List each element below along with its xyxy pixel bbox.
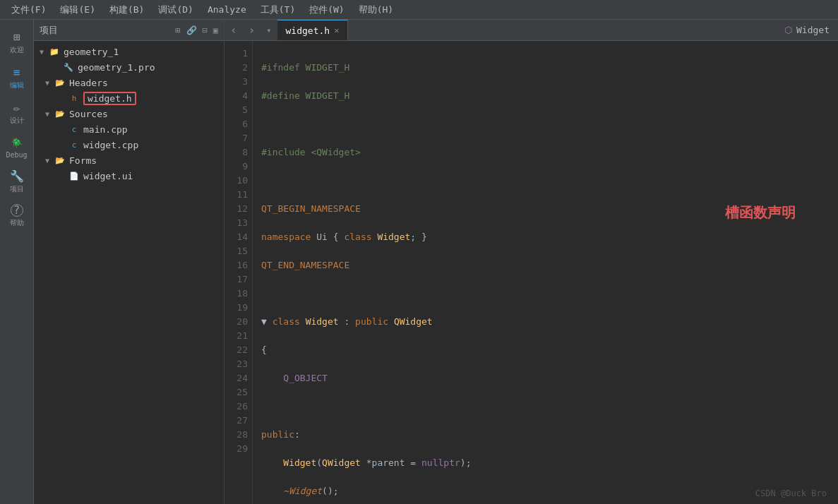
sidebar-item-welcome[interactable]: ⊞ 欢迎 xyxy=(0,25,33,59)
code-editor[interactable]: 12345 678910 1112131415 1617181920 21222… xyxy=(225,41,838,504)
code-line-7: namespace Ui { class Widget; } xyxy=(261,230,830,244)
sources-label: Sources xyxy=(69,109,108,119)
link-icon[interactable]: 🔗 xyxy=(186,25,197,35)
file-tree-panel: 项目 ⊞ 🔗 ⊟ ▣ ▼ 📁 geometry_1 🔧 geometry_1.p… xyxy=(34,20,225,504)
ui-file-icon: 📄 xyxy=(68,171,80,181)
code-line-15: Widget(QWidget *parent = nullptr); xyxy=(261,456,830,470)
code-line-13 xyxy=(261,400,830,414)
tree-item-headers[interactable]: ▼ 📂 Headers xyxy=(34,75,224,90)
sidebar-item-edit[interactable]: ≡ 编辑 xyxy=(0,61,33,95)
tree-item-geometry1pro[interactable]: 🔧 geometry_1.pro xyxy=(34,59,224,75)
expand-icon[interactable]: ⊟ xyxy=(203,25,208,35)
tab-nav-next[interactable]: › xyxy=(243,20,261,40)
breadcrumb-icon: ⬡ xyxy=(784,25,792,35)
code-line-10: ▼ class Widget : public QWidget xyxy=(261,315,830,329)
tree-item-main-cpp[interactable]: c main.cpp xyxy=(34,121,224,137)
menu-tools[interactable]: 工具(T) xyxy=(255,2,301,18)
arrow-icon: ▼ xyxy=(45,157,54,164)
menubar: 文件(F) 编辑(E) 构建(B) 调试(D) Analyze 工具(T) 控件… xyxy=(0,0,838,20)
menu-analyze[interactable]: Analyze xyxy=(202,3,252,16)
code-line-14: public: xyxy=(261,428,830,442)
debug-icon: 🪲 xyxy=(10,136,24,150)
sidebar-item-project[interactable]: 🔧 项目 xyxy=(0,164,33,198)
headers-folder-icon: 📂 xyxy=(54,78,66,88)
code-line-2: #define WIDGET_H xyxy=(261,89,830,103)
editor-tabs: ‹ › ▾ widget.h ✕ ⬡ Widget xyxy=(225,20,838,41)
collapse-icon[interactable]: ▣ xyxy=(213,25,218,35)
tab-filename: widget.h xyxy=(286,25,330,36)
code-line-5 xyxy=(261,174,830,188)
sidebar-item-debug[interactable]: 🪲 Debug xyxy=(0,131,33,163)
tab-nav-menu[interactable]: ▾ xyxy=(261,20,277,40)
folder-icon: 📁 xyxy=(48,47,61,56)
widget-h-label: widget.h xyxy=(83,92,136,105)
menu-debug[interactable]: 调试(D) xyxy=(152,2,198,18)
filter-icon[interactable]: ⊞ xyxy=(175,25,180,35)
menu-file[interactable]: 文件(F) xyxy=(6,2,52,18)
tree-item-widget-h[interactable]: h widget.h xyxy=(34,90,224,106)
project-icon: 🔧 xyxy=(10,169,24,183)
line-numbers: 12345 678910 1112131415 1617181920 21222… xyxy=(225,41,253,504)
code-line-3 xyxy=(261,117,830,131)
menu-controls[interactable]: 控件(W) xyxy=(304,2,349,18)
code-line-11: { xyxy=(261,343,830,357)
main-layout: ⊞ 欢迎 ≡ 编辑 ✏ 设计 🪲 Debug 🔧 项目 ? 帮助 项目 ⊞ 🔗 xyxy=(0,20,838,504)
arrow-icon: ▼ xyxy=(40,48,48,56)
tree-item-forms[interactable]: ▼ 📂 Forms xyxy=(34,152,224,168)
cpp-file-icon: c xyxy=(68,124,80,134)
code-line-9 xyxy=(261,287,830,301)
arrow-icon: ▼ xyxy=(45,110,54,118)
tab-nav-prev[interactable]: ‹ xyxy=(225,20,243,40)
code-line-1: #ifndef WIDGET_H xyxy=(261,61,830,75)
pro-file-icon: 🔧 xyxy=(62,62,75,72)
menu-help[interactable]: 帮助(H) xyxy=(353,2,399,18)
edit-icon: ≡ xyxy=(10,65,24,79)
code-line-12: Q_OBJECT xyxy=(261,371,830,385)
tab-close-icon[interactable]: ✕ xyxy=(334,25,339,35)
breadcrumb-widget: ⬡ Widget xyxy=(776,25,838,35)
tree-item-widget-ui[interactable]: 📄 widget.ui xyxy=(34,168,224,184)
sources-folder-icon: 📂 xyxy=(54,109,66,119)
editor-area: ‹ › ▾ widget.h ✕ ⬡ Widget 12345 678910 1… xyxy=(225,20,838,504)
tree-item-widget-cpp[interactable]: c widget.cpp xyxy=(34,137,224,152)
file-tree-title: 项目 xyxy=(40,24,169,37)
tree-item-geometry1[interactable]: ▼ 📁 geometry_1 xyxy=(34,44,224,59)
menu-edit[interactable]: 编辑(E) xyxy=(54,2,100,18)
header-file-icon: h xyxy=(68,93,80,103)
watermark: CSDN @Duck Bro xyxy=(755,488,827,498)
code-line-4: #include <QWidget> xyxy=(261,145,830,160)
icon-sidebar: ⊞ 欢迎 ≡ 编辑 ✏ 设计 🪲 Debug 🔧 项目 ? 帮助 xyxy=(0,20,34,504)
code-line-8: QT_END_NAMESPACE xyxy=(261,258,830,272)
forms-folder-icon: 📂 xyxy=(54,155,66,165)
design-icon: ✏ xyxy=(10,100,24,114)
arrow-icon: ▼ xyxy=(45,79,54,87)
cpp-file-icon2: c xyxy=(68,140,80,150)
annotation-label: 槽函数声明 xyxy=(725,203,796,222)
file-tree-header: 项目 ⊞ 🔗 ⊟ ▣ xyxy=(34,20,224,41)
help-icon: ? xyxy=(11,204,23,217)
tab-widget-h[interactable]: widget.h ✕ xyxy=(277,20,349,40)
menu-build[interactable]: 构建(B) xyxy=(104,2,150,18)
sidebar-item-help[interactable]: ? 帮助 xyxy=(0,200,33,232)
sidebar-item-design[interactable]: ✏ 设计 xyxy=(0,96,33,130)
code-text[interactable]: #ifndef WIDGET_H #define WIDGET_H #inclu… xyxy=(253,41,838,504)
file-tree-content: ▼ 📁 geometry_1 🔧 geometry_1.pro ▼ 📂 Head… xyxy=(34,41,224,504)
code-line-16: ~Widget(); xyxy=(261,484,830,498)
breadcrumb-label: Widget xyxy=(796,25,830,35)
tree-item-sources[interactable]: ▼ 📂 Sources xyxy=(34,106,224,121)
welcome-icon: ⊞ xyxy=(10,30,24,44)
